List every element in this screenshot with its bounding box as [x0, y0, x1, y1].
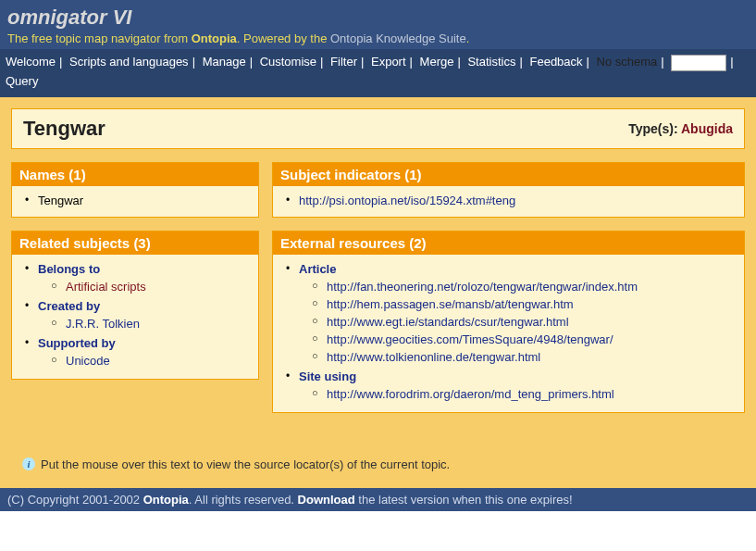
subtitle-brand: Ontopia: [192, 31, 237, 45]
siteusing-link-0[interactable]: http://www.forodrim.org/daeron/md_teng_p…: [327, 387, 614, 401]
list-item: http://www.egt.ie/standards/csur/tengwar…: [312, 313, 735, 331]
related-unicode[interactable]: Unicode: [66, 354, 110, 368]
si-item: http://psi.ontopia.net/iso/15924.xtm#ten…: [284, 192, 735, 209]
panel-subject-indicators: Subject indicators (1) http://psi.ontopi…: [272, 162, 745, 218]
subtitle-end: .: [466, 31, 470, 45]
nav-noschema: No schema: [597, 55, 658, 69]
ext-link-4[interactable]: http://www.tolkienonline.de/tengwar.html: [327, 350, 540, 364]
type-label: Type(s): Abugida: [628, 121, 733, 136]
related-belongs-to: Belongs to Artificial scripts: [23, 260, 249, 297]
panel-external-header: External resources (2): [273, 232, 744, 255]
info-row: i Put the mouse over this text to view t…: [11, 426, 745, 477]
external-article-label[interactable]: Article: [299, 262, 336, 276]
related-tolkien[interactable]: J.R.R. Tolkien: [66, 317, 140, 331]
panel-names: Names (1) Tengwar: [11, 162, 259, 218]
name-item: Tengwar: [23, 192, 249, 209]
related-artificial-scripts[interactable]: Artificial scripts: [66, 280, 146, 294]
external-siteusing-label[interactable]: Site using: [299, 369, 356, 383]
info-text[interactable]: Put the mouse over this text to view the…: [41, 457, 450, 471]
list-item: Unicode: [51, 352, 249, 369]
related-created-by: Created by J.R.R. Tolkien: [23, 297, 249, 334]
related-supported-by-link[interactable]: Supported by: [38, 336, 116, 350]
nav-feedback[interactable]: Feedback: [529, 55, 582, 69]
page-title: Tengwar: [23, 117, 105, 141]
subtitle-suite: Ontopia Knowledge Suite: [330, 31, 466, 45]
external-siteusing: Site using http://www.forodrim.org/daero…: [284, 368, 735, 405]
related-supported-by: Supported by Unicode: [23, 334, 249, 371]
footer-brand: Ontopia: [143, 493, 189, 507]
left-column: Names (1) Tengwar Related subjects (3) B…: [11, 162, 259, 426]
app-title: omnigator VI: [7, 6, 749, 30]
footer-download-link[interactable]: Download: [298, 493, 355, 507]
si-link[interactable]: http://psi.ontopia.net/iso/15924.xtm#ten…: [299, 194, 515, 207]
panel-names-header: Names (1): [12, 163, 258, 186]
list-item: http://www.tolkienonline.de/tengwar.html: [312, 348, 735, 366]
type-link[interactable]: Abugida: [681, 121, 733, 136]
nav-manage[interactable]: Manage: [203, 55, 246, 69]
list-item: http://www.geocities.com/TimesSquare/494…: [312, 331, 735, 348]
subtitle-mid: . Powered by the: [237, 31, 330, 45]
nav-query[interactable]: Query: [6, 74, 38, 88]
nav-statistics[interactable]: Statistics: [467, 55, 515, 69]
footer-tail: the latest version when this one expires…: [355, 493, 573, 507]
nav-customise[interactable]: Customise: [260, 55, 316, 69]
list-item: J.R.R. Tolkien: [51, 315, 249, 332]
ext-link-2[interactable]: http://www.egt.ie/standards/csur/tengwar…: [327, 315, 569, 329]
nav-scripts[interactable]: Scripts and languages: [69, 55, 189, 69]
ext-link-0[interactable]: http://fan.theonering.net/rolozo/tengwar…: [327, 280, 638, 294]
panel-related: Related subjects (3) Belongs to Artifici…: [11, 231, 259, 380]
ext-link-3[interactable]: http://www.geocities.com/TimesSquare/494…: [327, 332, 613, 346]
navbar: Welcome| Scripts and languages| Manage| …: [0, 49, 756, 97]
nav-welcome[interactable]: Welcome: [6, 55, 56, 69]
related-created-by-link[interactable]: Created by: [38, 299, 100, 313]
list-item: http://hem.passagen.se/mansb/at/tengwar.…: [312, 295, 735, 313]
header: omnigator VI The free topic map navigato…: [0, 0, 756, 49]
panel-external: External resources (2) Article http://fa…: [272, 231, 745, 413]
panel-related-header: Related subjects (3): [12, 232, 258, 255]
panel-si-header: Subject indicators (1): [273, 163, 744, 186]
content-area: Tengwar Type(s): Abugida Names (1) Tengw…: [0, 97, 756, 488]
nav-filter[interactable]: Filter: [330, 55, 357, 69]
app-subtitle: The free topic map navigator from Ontopi…: [7, 30, 749, 45]
nav-export[interactable]: Export: [371, 55, 406, 69]
right-column: Subject indicators (1) http://psi.ontopi…: [272, 162, 745, 426]
subtitle-prefix: The free topic map navigator from: [7, 31, 192, 45]
name-text: Tengwar: [38, 194, 83, 207]
footer-mid: . All rights reserved.: [189, 493, 298, 507]
ext-link-1[interactable]: http://hem.passagen.se/mansb/at/tengwar.…: [327, 297, 574, 311]
nav-search-input[interactable]: [671, 55, 726, 71]
footer-copy-prefix: (C) Copyright 2001-2002: [7, 493, 143, 507]
info-icon: i: [22, 457, 35, 470]
type-label-text: Type(s):: [628, 121, 681, 136]
title-box: Tengwar Type(s): Abugida: [11, 108, 745, 149]
footer: (C) Copyright 2001-2002 Ontopia. All rig…: [0, 488, 756, 511]
external-article: Article http://fan.theonering.net/rolozo…: [284, 260, 735, 368]
list-item: http://www.forodrim.org/daeron/md_teng_p…: [312, 385, 735, 403]
nav-merge[interactable]: Merge: [420, 55, 454, 69]
columns: Names (1) Tengwar Related subjects (3) B…: [11, 162, 745, 426]
related-belongs-to-link[interactable]: Belongs to: [38, 262, 100, 276]
list-item: http://fan.theonering.net/rolozo/tengwar…: [312, 278, 735, 295]
list-item: Artificial scripts: [51, 278, 249, 295]
